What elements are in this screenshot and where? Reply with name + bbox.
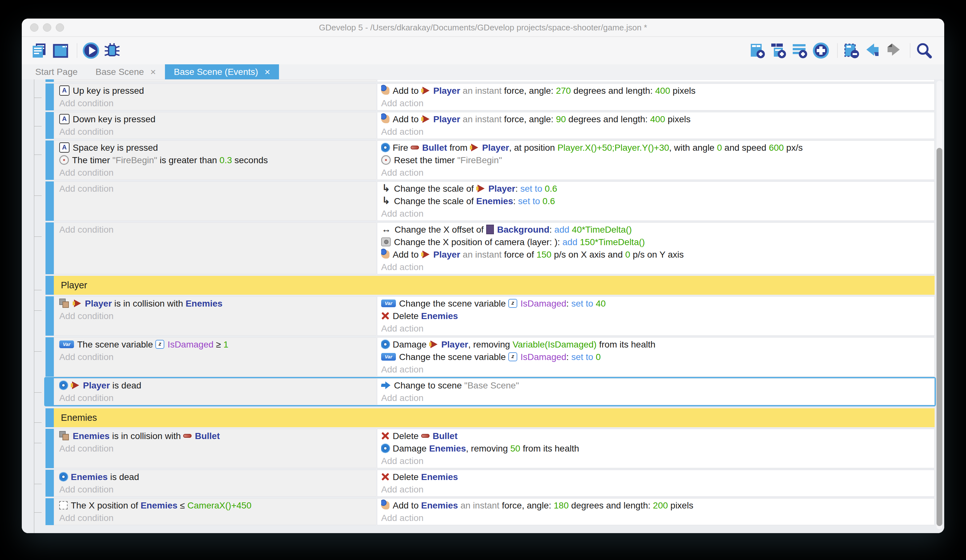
action-line[interactable]: Damage Enemies, removing 50 from its hea…	[381, 442, 934, 455]
event-drag-handle[interactable]	[46, 408, 54, 427]
condition-line[interactable]: The timer "FireBegin" is greater than 0.…	[59, 154, 376, 166]
add-subevent-button[interactable]	[769, 41, 788, 60]
condition-line[interactable]: Enemies is in collision with Bullet	[59, 430, 376, 442]
action-line[interactable]: Damage Player, removing Variable(IsDamag…	[381, 338, 934, 351]
add-condition-link[interactable]: Add condition	[59, 392, 376, 404]
add-condition-link[interactable]: Add condition	[59, 97, 376, 110]
add-button[interactable]: Add...	[907, 532, 930, 533]
undo-button[interactable]	[863, 41, 882, 60]
event-drag-handle[interactable]	[46, 498, 54, 525]
action-line[interactable]: Change the scale of Player: set to 0.6	[381, 182, 934, 195]
action-line[interactable]: Change the scene variable IsDamaged: set…	[381, 297, 934, 310]
tab-start-page[interactable]: Start Page	[26, 64, 87, 79]
condition-line[interactable]: Enemies is dead	[59, 471, 376, 483]
action-line[interactable]: Fire Bullet from Player, at position Pla…	[381, 141, 934, 154]
add-condition-link[interactable]: Add condition	[59, 512, 376, 524]
remove-event-button[interactable]	[842, 41, 861, 60]
add-comment-button[interactable]	[790, 41, 809, 60]
event-drag-handle[interactable]	[46, 112, 54, 139]
value: 0	[596, 352, 601, 362]
condition-line[interactable]: The X position of Enemies ≤ CameraX()+45…	[59, 499, 376, 512]
action-line[interactable]: Reset the timer "FireBegin"	[381, 154, 934, 166]
add-condition-link[interactable]: Add condition	[59, 166, 376, 179]
redo-button[interactable]	[884, 41, 903, 60]
add-action-link[interactable]: Add action	[381, 483, 934, 496]
event-row[interactable]: Enemies is in collision with BulletAdd c…	[46, 429, 935, 468]
add-action-link[interactable]: Add action	[381, 392, 934, 404]
action-line[interactable]: Add to Player an instant force of 150 p/…	[381, 248, 934, 261]
scene-editor-button[interactable]	[51, 41, 70, 60]
add-condition-link[interactable]: Add condition	[59, 351, 376, 363]
action-line[interactable]: Delete Enemies	[381, 310, 934, 322]
condition-line[interactable]: The scene variable IsDamaged ≥ 1	[59, 338, 376, 351]
action-line[interactable]: Delete Enemies	[381, 471, 934, 483]
tab-close-icon[interactable]: ×	[150, 67, 156, 77]
event-drag-handle[interactable]	[46, 84, 54, 110]
text: seconds	[232, 155, 268, 165]
tab-base-scene-events-[interactable]: Base Scene (Events)×	[165, 64, 279, 79]
event-row[interactable]: The scene variable IsDamaged ≥ 1Add cond…	[46, 337, 935, 377]
event-row[interactable]: Player is in collision with EnemiesAdd c…	[46, 296, 935, 336]
event-drag-handle[interactable]	[46, 182, 54, 221]
add-circle-button[interactable]	[812, 41, 830, 60]
event-drag-handle[interactable]	[46, 429, 54, 468]
add-action-link[interactable]: Add action	[381, 363, 934, 376]
add-action-link[interactable]: Add action	[381, 97, 934, 110]
event-row[interactable]: Space key is pressedThe timer "FireBegin…	[46, 141, 935, 180]
search-button[interactable]	[915, 41, 933, 60]
add-condition-link[interactable]: Add condition	[59, 483, 376, 496]
event-row[interactable]: Down key is pressedAdd conditionAdd to P…	[46, 112, 935, 139]
action-line[interactable]: Add to Player an instant force, angle: 9…	[381, 113, 934, 125]
add-action-link[interactable]: Add action	[381, 322, 934, 335]
action-line[interactable]: Delete Bullet	[381, 430, 934, 442]
action-line[interactable]: Add to Player an instant force, angle: 2…	[381, 85, 934, 97]
play-button[interactable]	[82, 41, 100, 60]
action-line[interactable]: Change to scene "Base Scene"	[381, 379, 934, 392]
event-row[interactable]: Player is deadAdd conditionChange to sce…	[46, 378, 935, 405]
add-action-link[interactable]: Add action	[381, 261, 934, 273]
event-row[interactable]: Up key is pressedAdd conditionAdd to Pla…	[46, 84, 935, 110]
event-row[interactable]: Add conditionChange the X offset of Back…	[46, 223, 935, 274]
tab-base-scene[interactable]: Base Scene×	[87, 64, 165, 79]
action-line[interactable]: Change the X position of camera (layer: …	[381, 236, 934, 248]
add-action-link[interactable]: Add action	[381, 512, 934, 524]
action-line[interactable]: Change the scene variable IsDamaged: set…	[381, 351, 934, 363]
add-event-button[interactable]	[748, 41, 767, 60]
add-condition-link[interactable]: Add condition	[59, 125, 376, 138]
action-line[interactable]: Add to Enemies an instant force, angle: …	[381, 499, 934, 512]
event-group-row[interactable]: Enemies	[46, 408, 935, 427]
condition-line[interactable]: Player is in collision with Enemies	[59, 297, 376, 310]
add-condition-link[interactable]: Add condition	[59, 223, 376, 236]
event-drag-handle[interactable]	[46, 223, 54, 274]
event-drag-handle[interactable]	[46, 378, 54, 405]
event-drag-handle[interactable]	[46, 470, 54, 497]
add-action-link[interactable]: Add action	[381, 125, 934, 138]
tab-close-icon[interactable]: ×	[264, 67, 270, 77]
add-condition-link[interactable]: Add condition	[59, 310, 376, 322]
event-row[interactable]: Add conditionChange the scale of Player:…	[46, 182, 935, 221]
debug-button[interactable]	[103, 41, 122, 60]
condition-line[interactable]: Down key is pressed	[59, 113, 376, 125]
condition-line[interactable]: Player is dead	[59, 379, 376, 392]
event-drag-handle[interactable]	[46, 296, 54, 336]
add-new-event-link[interactable]: Add a new event	[46, 532, 112, 533]
add-condition-link[interactable]: Add condition	[59, 442, 376, 455]
condition-line[interactable]: Space key is pressed	[59, 141, 376, 154]
add-action-link[interactable]: Add action	[381, 166, 934, 179]
conditions-cell: The scene variable IsDamaged ≥ 1Add cond…	[54, 337, 376, 377]
add-action-link[interactable]: Add action	[381, 207, 934, 220]
add-condition-link[interactable]: Add condition	[59, 182, 376, 195]
add-action-link[interactable]: Add action	[381, 455, 934, 467]
action-line[interactable]: Change the scale of Enemies: set to 0.6	[381, 195, 934, 207]
event-group-row[interactable]: Player	[46, 276, 935, 295]
event-row[interactable]: The X position of Enemies ≤ CameraX()+45…	[46, 498, 935, 525]
event-drag-handle[interactable]	[46, 337, 54, 377]
action-line[interactable]: Change the X offset of Background: add 4…	[381, 223, 934, 236]
event-row[interactable]: Enemies is deadAdd conditionDelete Enemi…	[46, 470, 935, 497]
text: from its health	[520, 444, 579, 454]
event-drag-handle[interactable]	[46, 276, 54, 295]
event-drag-handle[interactable]	[46, 141, 54, 180]
condition-line[interactable]: Up key is pressed	[59, 85, 376, 97]
scrollbar-thumb[interactable]	[936, 148, 942, 526]
project-manager-button[interactable]	[30, 41, 49, 60]
